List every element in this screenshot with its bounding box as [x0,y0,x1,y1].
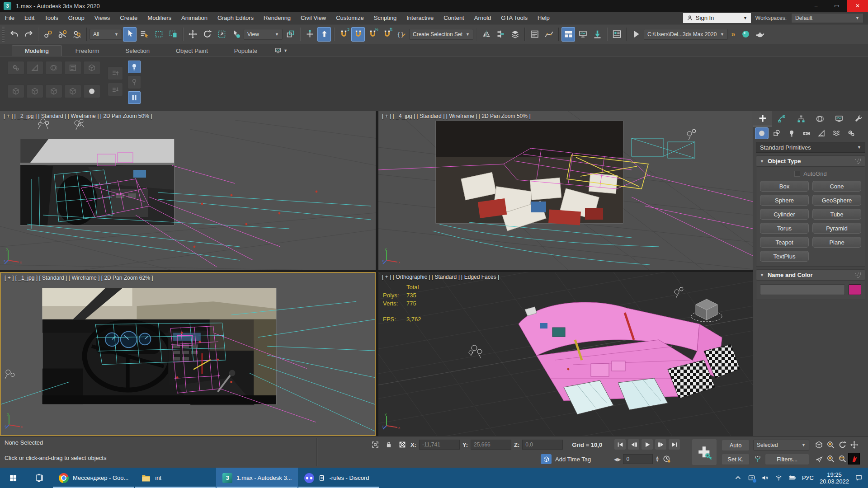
viewport-label[interactable]: [ + ] [ _2_jpg ] [ Standard ] [ Wirefram… [4,113,152,119]
hierarchy-tab[interactable] [792,111,811,127]
geometry-category-button[interactable] [755,127,769,139]
cylinder-button[interactable]: Cylinder [760,209,809,220]
transform-gizmo-toggle[interactable] [370,439,381,450]
rendered-frame-window-button[interactable] [576,27,590,42]
viewport-bottom-right[interactable]: [ + ] [ Orthographic ] [ Standard ] [ Ed… [378,272,753,436]
primitive-category-dropdown[interactable]: Standard Primitives▼ [756,142,865,153]
select-and-link-button[interactable] [41,27,55,42]
set-key-button[interactable]: Set K. [722,454,750,465]
create-tab[interactable] [753,111,772,127]
ribbon-polygon-button[interactable] [64,61,81,75]
menu-civil-view[interactable]: Civil View [296,12,331,24]
unlink-selection-button[interactable] [56,27,69,42]
start-button[interactable] [0,468,26,488]
tablet-mode-icon[interactable] [748,474,755,482]
zoom-button[interactable] [825,439,836,450]
play-button[interactable] [641,439,653,450]
ribbon-edit-2-button[interactable] [26,84,43,98]
ribbon-expand-down-button[interactable] [108,83,123,96]
viewport-top-right[interactable]: [ + ] [ _4_jpg ] [ Standard ] [ Wirefram… [378,111,753,270]
project-folder-dropdown[interactable]: C:\Users\Del...3ds Max 2020▼ [644,29,728,40]
viewport-top-left[interactable]: [ + ] [ _2_jpg ] [ Standard ] [ Wirefram… [0,111,376,270]
more-tools-button[interactable]: » [729,27,738,42]
taskbar-app-discord[interactable]: -rules - Discord [298,468,379,488]
add-time-tag[interactable]: Add Time Tag [541,454,591,464]
zoom-extents-all-button[interactable] [836,453,848,465]
menu-animation[interactable]: Animation [176,12,212,24]
workspaces-dropdown[interactable]: Default▼ [791,13,863,23]
scene-explorer-button[interactable] [528,27,541,42]
pyramid-button[interactable]: Pyramid [812,223,861,234]
menu-customize[interactable]: Customize [331,12,368,24]
go-to-end-button[interactable] [668,439,680,450]
rollout-grip[interactable] [855,272,861,278]
toolbar-grip[interactable] [2,27,5,42]
menu-content[interactable]: Content [439,12,469,24]
viewport-label[interactable]: [ + ] [ _1_jpg ] [ Standard ] [ Wirefram… [5,275,153,281]
space-warps-category-button[interactable] [830,127,843,139]
isolate-toggle-button[interactable] [813,439,825,450]
frame-step-arrows[interactable]: ◀▶ [614,457,621,462]
angle-snap-toggle[interactable] [351,27,365,42]
tab-freeform[interactable]: Freeform [63,46,112,56]
rollout-grip[interactable] [855,159,861,164]
orbit-button[interactable] [836,439,848,450]
redo-button[interactable] [22,27,35,42]
viewport-scene-top-left[interactable] [0,111,376,270]
y-coordinate-field[interactable]: 25,666 [471,440,511,450]
object-type-header[interactable]: ▼ Object Type [756,155,865,167]
ribbon-border-button[interactable] [45,61,62,75]
language-indicator[interactable]: РУС [802,474,814,481]
menu-views[interactable]: Views [90,12,115,24]
shapes-category-button[interactable] [770,127,783,139]
keyboard-override-toggle[interactable] [303,27,316,42]
percent-snap-toggle[interactable]: % [366,27,379,42]
menu-modifiers[interactable]: Modifiers [142,12,176,24]
select-and-manipulate-button[interactable] [317,27,331,42]
maxscript-editor-button[interactable] [395,27,408,42]
snaps-toggle-button[interactable]: 3 [337,27,350,42]
menu-rendering[interactable]: Rendering [259,12,296,24]
menu-arnold[interactable]: Arnold [469,12,496,24]
rectangular-selection-region-button[interactable] [152,27,165,42]
object-name-field[interactable] [760,284,845,295]
use-pivot-center-button[interactable] [283,27,297,42]
select-by-name-button[interactable] [137,27,151,42]
menu-help[interactable]: Help [533,12,555,24]
select-and-rotate-button[interactable] [200,27,214,42]
current-frame-field[interactable]: 0 [623,454,653,464]
render-iterative-button[interactable] [739,27,752,42]
selection-filter-dropdown[interactable]: All▼ [90,29,122,40]
tab-populate[interactable]: Populate [222,46,270,56]
torus-button[interactable]: Torus [760,223,809,234]
ribbon-display-options-button[interactable]: ▼ [271,45,291,56]
display-tab[interactable] [830,111,849,127]
modify-tab[interactable] [772,111,791,127]
geosphere-button[interactable]: GeoSphere [812,195,861,206]
ribbon-edge-button[interactable] [26,61,43,75]
align-button[interactable] [494,27,507,42]
sign-in-dropdown[interactable]: Sign In▼ [683,13,751,23]
sphere-button[interactable]: Sphere [760,195,809,206]
render-production-button[interactable] [753,27,767,42]
ribbon-vertex-button[interactable] [7,61,24,75]
menu-gta-tools[interactable]: GTA Tools [496,12,533,24]
wifi-icon[interactable] [775,474,783,482]
tab-selection[interactable]: Selection [113,46,162,56]
tray-expand-icon[interactable] [734,474,742,482]
time-configuration-button[interactable] [661,454,672,465]
named-selection-set-field[interactable]: Create Selection Set▼ [409,29,473,40]
object-color-swatch[interactable] [849,284,861,295]
teapot-button[interactable]: Teapot [760,237,809,248]
clock[interactable]: 19:25 20.03.2022 [820,471,849,485]
plane-button[interactable]: Plane [812,237,861,248]
menu-tools[interactable]: Tools [39,12,63,24]
viewport-scene-bottom-left[interactable] [1,273,375,435]
textplus-button[interactable]: TextPlus [760,251,809,262]
maximize-button[interactable]: ▭ [826,0,847,12]
selected-key-dropdown[interactable]: Selected▼ [753,440,809,450]
systems-category-button[interactable] [844,127,858,139]
asset-download-button[interactable] [590,27,604,42]
menu-interactive[interactable]: Interactive [401,12,439,24]
action-center-icon[interactable] [855,474,863,482]
